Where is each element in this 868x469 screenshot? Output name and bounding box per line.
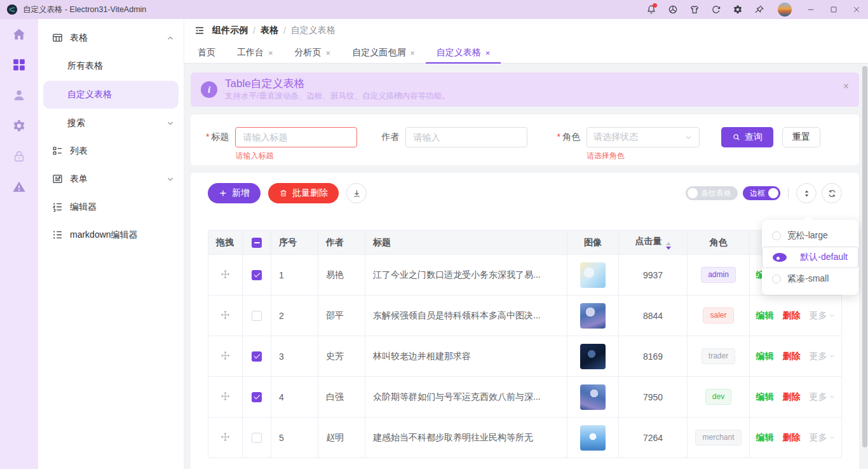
more-button[interactable]: 更多 <box>810 351 836 362</box>
more-label: 更多 <box>810 351 827 362</box>
tab-工作台[interactable]: 工作台× <box>226 42 284 64</box>
author-cell: 史芳 <box>318 336 365 377</box>
rail-item-warning[interactable] <box>11 180 27 196</box>
tab-close-icon[interactable]: × <box>268 48 273 58</box>
chevron-down-icon <box>684 133 693 142</box>
menu-fold-icon[interactable] <box>194 25 205 36</box>
breadcrumb-item[interactable]: 表格 <box>261 25 278 36</box>
gear-icon[interactable] <box>728 0 747 19</box>
close-button[interactable] <box>845 0 868 19</box>
sidebar-item-列表[interactable]: 列表 <box>38 137 184 165</box>
row-checkbox[interactable] <box>252 351 262 362</box>
size-option-默认-default[interactable]: 默认-default <box>762 247 858 268</box>
maximize-button[interactable] <box>822 0 845 19</box>
table-size-button[interactable] <box>796 183 817 203</box>
rail-item-lock[interactable] <box>11 150 27 165</box>
tab-自定义面包屑[interactable]: 自定义面包屑× <box>341 42 426 64</box>
tab-close-icon[interactable]: × <box>410 48 415 58</box>
sidebar-item-表单[interactable]: 表单 <box>38 165 184 193</box>
sidebar-item-搜索[interactable]: 搜索 <box>38 109 184 137</box>
title-input[interactable] <box>235 127 357 147</box>
toggle-knob <box>768 188 778 198</box>
radio-icon <box>773 253 787 262</box>
drag-handle-icon[interactable] <box>220 269 230 279</box>
breadcrumb-item[interactable]: 组件示例 <box>212 25 248 36</box>
titlebar: 自定义表格 - Electron31-ViteAdmin <box>0 0 868 19</box>
row-checkbox[interactable] <box>252 270 262 280</box>
row-actions: 编辑删除更多 <box>756 432 836 444</box>
actions-cell: 编辑删除更多 <box>750 377 842 418</box>
sidebar-item-表格[interactable]: 表格 <box>38 24 184 52</box>
stripe-toggle[interactable]: 条纹表格 <box>686 186 738 200</box>
refresh-icon[interactable] <box>707 0 726 19</box>
search-button[interactable]: 查询 <box>721 127 773 147</box>
size-option-紧凑-small[interactable]: 紧凑-small <box>762 268 858 290</box>
sidebar-item-所有表格[interactable]: 所有表格 <box>38 52 184 80</box>
more-button[interactable]: 更多 <box>810 432 836 444</box>
row-avatar-image <box>580 384 606 410</box>
table-refresh-button[interactable] <box>822 183 842 203</box>
tab-首页[interactable]: 首页 <box>187 42 226 64</box>
column-header-drag: 拖拽 <box>208 231 243 255</box>
tab-close-icon[interactable]: × <box>326 48 331 58</box>
tab-自定义表格[interactable]: 自定义表格× <box>426 42 501 64</box>
rail-item-home[interactable] <box>11 28 27 43</box>
more-button[interactable]: 更多 <box>810 391 836 403</box>
sidebar: 表格所有表格自定义表格搜索列表表单编辑器markdown编辑器 <box>38 19 184 469</box>
add-button[interactable]: 新增 <box>208 183 261 203</box>
sort-icon[interactable] <box>666 242 671 250</box>
edit-button[interactable]: 编辑 <box>756 310 774 322</box>
download-button[interactable] <box>346 183 367 203</box>
sidebar-item-label: 搜索 <box>67 118 166 129</box>
tab-label: 自定义表格 <box>437 47 481 58</box>
breadcrumb-item[interactable]: 自定义表格 <box>291 25 336 36</box>
edit-button[interactable]: 编辑 <box>756 351 774 362</box>
reset-button[interactable]: 重置 <box>782 127 820 147</box>
pin-icon[interactable] <box>750 0 769 19</box>
more-button[interactable]: 更多 <box>810 310 836 322</box>
sidebar-item-自定义表格[interactable]: 自定义表格 <box>43 81 179 109</box>
banner-close-icon[interactable]: × <box>843 81 849 92</box>
drag-handle-icon[interactable] <box>220 310 230 320</box>
tab-close-icon[interactable]: × <box>485 48 491 58</box>
border-toggle[interactable]: 边框 <box>743 186 780 200</box>
rail-item-dashboard[interactable] <box>11 58 27 74</box>
chevron-down-icon <box>829 312 836 319</box>
drag-handle-icon[interactable] <box>220 351 230 360</box>
row-checkbox[interactable] <box>252 433 262 443</box>
pie-icon[interactable] <box>663 0 682 19</box>
chevron-down-icon <box>166 119 175 128</box>
minimize-button[interactable] <box>799 0 822 19</box>
row-checkbox[interactable] <box>252 311 262 321</box>
user-avatar[interactable] <box>778 3 792 17</box>
delete-button[interactable]: 删除 <box>783 351 801 362</box>
column-header-clicks[interactable]: 点击量 <box>619 231 688 255</box>
bell-icon[interactable] <box>642 0 661 19</box>
sidebar-item-编辑器[interactable]: 编辑器 <box>38 193 184 221</box>
role-field-label: *角色 <box>557 132 580 143</box>
rail-item-user[interactable] <box>11 89 27 104</box>
breadcrumb-bar: 组件示例/表格/自定义表格 <box>184 19 868 42</box>
drag-handle-icon[interactable] <box>220 432 230 442</box>
delete-button[interactable]: 删除 <box>783 391 801 403</box>
batch-delete-button[interactable]: 批量删除 <box>268 183 339 203</box>
tshirt-icon[interactable] <box>685 0 704 19</box>
delete-button[interactable]: 删除 <box>783 310 801 322</box>
drag-handle-icon[interactable] <box>220 391 230 401</box>
row-checkbox[interactable] <box>252 392 262 402</box>
edit-button[interactable]: 编辑 <box>756 391 774 403</box>
role-tag: dev <box>705 389 731 405</box>
tab-分析页[interactable]: 分析页× <box>284 42 342 64</box>
role-cell: dev <box>688 377 750 418</box>
author-input[interactable] <box>405 127 527 147</box>
rail-item-gear[interactable] <box>11 119 27 135</box>
vertical-scrollbar[interactable] <box>862 66 867 447</box>
search-icon <box>732 133 741 142</box>
sidebar-item-markdown编辑器[interactable]: markdown编辑器 <box>38 221 184 249</box>
size-option-宽松-large[interactable]: 宽松-large <box>762 225 858 247</box>
edit-button[interactable]: 编辑 <box>756 432 774 444</box>
role-select[interactable]: 请选择状态 <box>587 127 700 147</box>
select-all-checkbox[interactable] <box>252 238 262 248</box>
delete-button[interactable]: 删除 <box>783 432 801 444</box>
drag-cell <box>208 336 243 377</box>
